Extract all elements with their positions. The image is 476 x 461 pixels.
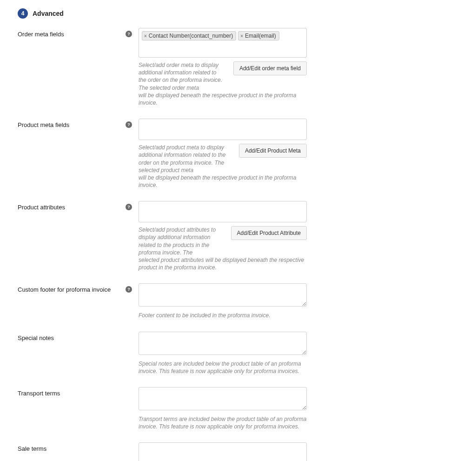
order-meta-label: Order meta fields xyxy=(18,31,64,38)
product-attributes-input[interactable] xyxy=(139,201,307,222)
transport-terms-label: Transport terms xyxy=(18,390,60,397)
section-title: Advanced xyxy=(33,10,64,17)
transport-terms-textarea[interactable] xyxy=(139,387,307,410)
sale-terms-label: Sale terms xyxy=(18,445,46,452)
order-meta-input[interactable]: × Contact Number(contact_number) × Email… xyxy=(139,28,307,58)
field-special-notes: Special notes Special notes are included… xyxy=(18,332,467,375)
section-header: 4 Advanced xyxy=(18,8,467,19)
close-icon[interactable]: × xyxy=(144,33,147,39)
custom-footer-textarea[interactable] xyxy=(139,283,307,307)
help-icon[interactable]: ? xyxy=(126,31,132,37)
order-meta-description-part: Select/add order meta to display additio… xyxy=(139,61,225,92)
tag-email[interactable]: × Email(email) xyxy=(238,31,279,40)
transport-terms-description: Transport terms are included below the p… xyxy=(139,415,307,430)
sale-terms-textarea[interactable] xyxy=(139,442,307,461)
field-order-meta: Order meta fields ? × Contact Number(con… xyxy=(18,28,467,107)
product-meta-description-part: Select/add product meta to display addit… xyxy=(139,144,231,174)
special-notes-description: Special notes are included below the pro… xyxy=(139,360,307,375)
add-edit-product-attribute-button[interactable]: Add/Edit Product Attribute xyxy=(231,226,307,240)
field-custom-footer: Custom footer for proforma invoice ? Foo… xyxy=(18,283,467,319)
step-badge: 4 xyxy=(18,8,28,19)
tag-contact-number[interactable]: × Contact Number(contact_number) xyxy=(142,31,236,40)
product-meta-input[interactable] xyxy=(139,119,307,140)
custom-footer-description: Footer content to be included in the pro… xyxy=(139,312,307,319)
order-meta-description-cont: will be displayed beneath the respective… xyxy=(139,92,307,107)
close-icon[interactable]: × xyxy=(240,33,243,39)
special-notes-textarea[interactable] xyxy=(139,332,307,355)
product-attributes-description-part: Select/add product attributes to display… xyxy=(139,226,223,256)
add-edit-product-meta-button[interactable]: Add/Edit Product Meta xyxy=(239,144,307,158)
help-icon[interactable]: ? xyxy=(126,286,132,293)
field-product-meta: Product meta fields ? Select/add product… xyxy=(18,119,467,189)
field-product-attributes: Product attributes ? Select/add product … xyxy=(18,201,467,271)
tag-label: Email(email) xyxy=(245,33,276,39)
add-edit-order-meta-button[interactable]: Add/Edit order meta field xyxy=(233,61,307,75)
product-meta-description-cont: will be displayed beneath the respective… xyxy=(139,174,307,189)
product-meta-label: Product meta fields xyxy=(18,121,69,128)
field-transport-terms: Transport terms Transport terms are incl… xyxy=(18,387,467,430)
product-attributes-description-cont: selected product attributes will be disp… xyxy=(139,256,307,271)
field-sale-terms: Sale terms Sale terms are included below… xyxy=(18,442,467,461)
product-attributes-label: Product attributes xyxy=(18,204,65,211)
help-icon[interactable]: ? xyxy=(126,204,132,210)
custom-footer-label: Custom footer for proforma invoice xyxy=(18,286,111,293)
special-notes-label: Special notes xyxy=(18,334,54,341)
tag-label: Contact Number(contact_number) xyxy=(149,33,233,39)
help-icon[interactable]: ? xyxy=(126,121,132,128)
